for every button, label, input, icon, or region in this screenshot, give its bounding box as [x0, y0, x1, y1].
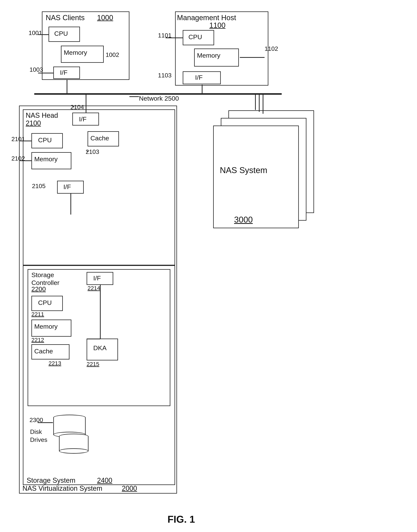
- connector-1001: [38, 34, 49, 35]
- ref-2103: 2103: [86, 148, 99, 155]
- nas-virt-number: 2000: [122, 484, 137, 492]
- dka-label: DKA: [93, 344, 107, 352]
- fig-label: FIG. 1: [167, 513, 195, 525]
- storage-ctrl-memory-label: Memory: [34, 323, 58, 330]
- mgmt-host-number: 1100: [209, 21, 226, 30]
- memory-number-2212: 2212: [31, 337, 44, 343]
- nas-head-label: NAS Head: [26, 111, 58, 120]
- network-label: Network 2500: [139, 95, 179, 102]
- ref-1103: 1103: [158, 72, 171, 79]
- if-number-2214: 2214: [88, 285, 100, 291]
- vc-net-nas-sys-3: [263, 94, 263, 114]
- conn-2101: [20, 141, 31, 141]
- network-arrow: [129, 96, 139, 97]
- conn-2103: [87, 151, 88, 151]
- nas-clients-title: NAS Clients: [46, 14, 85, 22]
- dka-number-2215: 2215: [87, 361, 99, 367]
- storage-ctrl-cpu-label: CPU: [38, 299, 52, 306]
- nas-system-label: NAS System: [220, 165, 267, 175]
- mgmt-host-cpu-label: CPU: [188, 33, 202, 41]
- mgmt-host-memory-label: Memory: [197, 52, 220, 59]
- nas-head-cache-label: Cache: [90, 134, 109, 142]
- nas-head-memory-label: Memory: [34, 155, 58, 163]
- nas-system-number: 3000: [234, 215, 253, 224]
- storage-ctrl-label: StorageController: [31, 271, 59, 287]
- ref-1003: 1003: [30, 66, 43, 73]
- ref-2101: 2101: [11, 136, 25, 143]
- ref-1102: 1102: [265, 45, 278, 52]
- cache-number-2213: 2213: [49, 360, 61, 367]
- mgmt-host-if-label: I/F: [195, 74, 203, 81]
- mgmt-host-title: Management Host: [177, 14, 236, 22]
- conn-2104: [72, 107, 74, 107]
- nas-clients-if-label: I/F: [60, 69, 68, 76]
- diagram: NAS Clients 1000 CPU Memory I/F 1001 100…: [0, 0, 417, 513]
- vc-mgmt-host: [202, 85, 202, 94]
- hc-2214-dka: [87, 339, 100, 339]
- nas-clients-number: 1000: [97, 14, 113, 22]
- cpu-number-2211: 2211: [31, 311, 44, 317]
- conn-2300: [38, 422, 53, 423]
- vc-net-nas-sys-1: [255, 94, 256, 110]
- vc-if-2214: [100, 285, 101, 339]
- network-line: [34, 93, 282, 95]
- nas-head-if-bottom-label: I/F: [63, 183, 71, 191]
- vc-nas-head-bottom: [70, 194, 71, 215]
- vc-net-nas-sys-2: [259, 94, 260, 112]
- conn-2102: [20, 160, 31, 161]
- disk-drives-label: DiskDrives: [30, 428, 47, 444]
- nas-system-page-1: [213, 126, 299, 228]
- conn-1101: [166, 38, 183, 38]
- disk-cylinder-2: [59, 434, 88, 454]
- nas-virt-label: NAS Virtualization System: [22, 484, 102, 492]
- vc-nas-head-top: [86, 94, 86, 113]
- nas-clients-memory-label: Memory: [64, 49, 87, 56]
- storage-ctrl-cache-label: Cache: [34, 348, 53, 355]
- storage-ctrl-if-label: I/F: [93, 274, 101, 282]
- connector-1003: [38, 73, 53, 73]
- storage-sys-label: Storage System: [27, 476, 75, 484]
- nas-clients-cpu-label: CPU: [54, 30, 68, 37]
- ref-1001: 1001: [29, 30, 42, 37]
- nas-head-if-top-label: I/F: [79, 115, 87, 123]
- storage-ctrl-number: 2200: [31, 285, 46, 293]
- ref-2105: 2105: [32, 183, 45, 190]
- storage-sys-number: 2400: [97, 476, 112, 484]
- vc-nas-clients: [67, 80, 67, 94]
- nas-head-number: 2100: [26, 119, 41, 127]
- ref-1002: 1002: [106, 51, 119, 58]
- conn-1102: [240, 57, 265, 58]
- nas-head-cpu-label: CPU: [38, 136, 52, 144]
